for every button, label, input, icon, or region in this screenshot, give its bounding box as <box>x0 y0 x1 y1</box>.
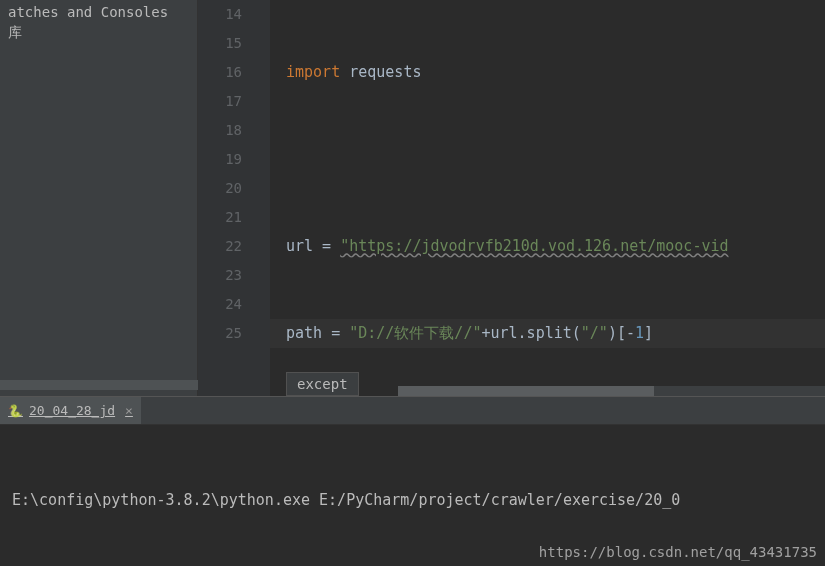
line-number: 16 <box>198 58 242 87</box>
line-number: 25 <box>198 319 242 348</box>
line-number: 17 <box>198 87 242 116</box>
code-line[interactable]: url = "https://jdvodrvfb210d.vod.126.net… <box>286 232 825 261</box>
run-tab[interactable]: 🐍 20_04_28_jd × <box>0 397 141 424</box>
code-line[interactable] <box>286 145 825 174</box>
line-number: 21 <box>198 203 242 232</box>
run-panel: 🐍 20_04_28_jd × E:\config\python-3.8.2\p… <box>0 396 825 566</box>
line-gutter: 14 15 16 17 18 19 20 21 22 23 24 25 <box>198 0 270 396</box>
run-tab-label: 20_04_28_jd <box>29 403 115 418</box>
line-number: 19 <box>198 145 242 174</box>
line-number: 20 <box>198 174 242 203</box>
code-editor[interactable]: 14 15 16 17 18 19 20 21 22 23 24 25 impo… <box>198 0 825 396</box>
code-content[interactable]: import requests url = "https://jdvodrvfb… <box>270 0 825 396</box>
sidebar-item[interactable]: atches and Consoles <box>8 2 189 22</box>
main-area: atches and Consoles 库 14 15 16 17 18 19 … <box>0 0 825 396</box>
sidebar-item[interactable]: 库 <box>8 22 189 42</box>
watermark-text: https://blog.csdn.net/qq_43431735 <box>539 544 817 560</box>
line-number: 23 <box>198 261 242 290</box>
project-sidebar[interactable]: atches and Consoles 库 <box>0 0 198 396</box>
code-line[interactable]: path = "D://软件下载//"+url.split("/")[-1] <box>286 319 825 348</box>
code-line[interactable]: import requests <box>286 58 825 87</box>
code-hint-popup: except <box>286 372 359 396</box>
run-tab-bar: 🐍 20_04_28_jd × <box>0 397 825 425</box>
sidebar-scrollbar[interactable] <box>0 380 198 390</box>
line-number: 18 <box>198 116 242 145</box>
line-number: 24 <box>198 290 242 319</box>
line-number: 15 <box>198 29 242 58</box>
line-number: 22 <box>198 232 242 261</box>
python-icon: 🐍 <box>8 404 23 418</box>
console-line: E:\config\python-3.8.2\python.exe E:/PyC… <box>12 487 813 513</box>
line-number: 14 <box>198 0 242 29</box>
close-icon[interactable]: × <box>125 403 133 418</box>
